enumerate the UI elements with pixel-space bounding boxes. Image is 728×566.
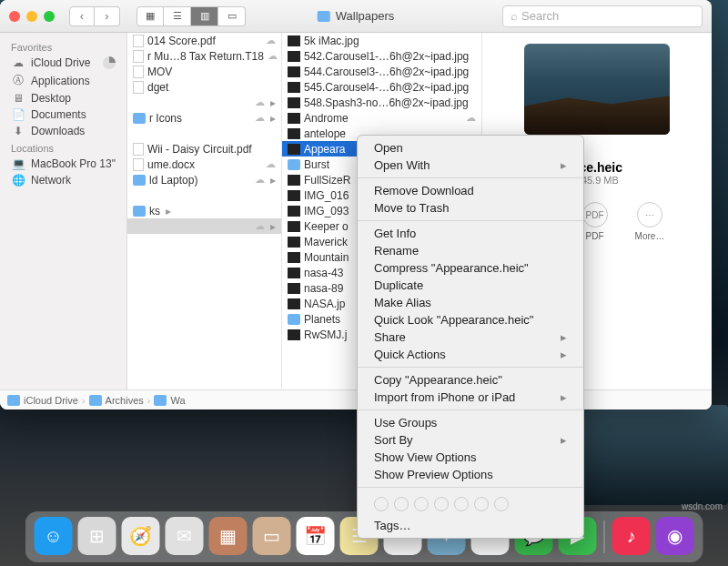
- folder-row[interactable]: ks▸: [127, 203, 281, 218]
- menu-item-show-preview-options[interactable]: Show Preview Options: [358, 466, 583, 483]
- dock-music-icon[interactable]: ♪: [612, 517, 651, 555]
- dock-separator: [604, 521, 605, 553]
- menu-item-label: Show View Options: [374, 450, 477, 464]
- sidebar-item-network[interactable]: 🌐Network: [0, 172, 126, 188]
- tag-color[interactable]: [454, 497, 469, 511]
- file-row[interactable]: 542.Carousel1-…6h@2x~ipad.jpg: [282, 48, 481, 64]
- file-row[interactable]: [127, 126, 281, 141]
- file-row[interactable]: ☁▸: [127, 95, 281, 110]
- sidebar-item-applications[interactable]: ⒶApplications: [0, 71, 126, 90]
- preview-action-more…[interactable]: ⋯More…: [635, 202, 665, 241]
- tag-color[interactable]: [414, 497, 429, 511]
- chevron-right-icon: ▸: [561, 348, 567, 361]
- tag-color[interactable]: [394, 497, 409, 511]
- menu-separator: [358, 487, 583, 488]
- sidebar-item-icloud-drive[interactable]: ☁iCloud Drive: [0, 55, 126, 71]
- menu-item-import-from-iphone-or-ip[interactable]: Import from iPhone or iPad▸: [358, 389, 583, 406]
- image-icon: [288, 144, 300, 155]
- gallery-view-button[interactable]: ▭: [218, 6, 246, 26]
- image-icon: [288, 66, 300, 77]
- tag-color[interactable]: [494, 497, 509, 511]
- sidebar-heading: Favorites: [0, 38, 126, 55]
- menu-item-sort-by[interactable]: Sort By▸: [358, 431, 583, 449]
- menu-item-label: Open: [374, 141, 403, 155]
- menu-item-quick-look-appearance-he[interactable]: Quick Look "Appearance.heic": [358, 311, 583, 328]
- path-segment[interactable]: Wa: [170, 395, 185, 406]
- tag-color[interactable]: [374, 497, 389, 511]
- menu-item-compress-appearance-heic[interactable]: Compress "Appearance.heic": [358, 259, 583, 277]
- menu-item-get-info[interactable]: Get Info: [358, 225, 583, 242]
- file-label: 014 Score.pdf: [147, 35, 216, 47]
- dock-calendar-icon[interactable]: 📅: [297, 517, 335, 555]
- icon-view-button[interactable]: ▦: [136, 6, 164, 26]
- cloud-icon: ☁: [255, 96, 265, 108]
- menu-item-copy-appearance-heic-[interactable]: Copy "Appearance.heic": [358, 371, 583, 389]
- file-row[interactable]: MOV: [127, 64, 281, 79]
- tag-color[interactable]: [434, 497, 449, 511]
- dock-podcasts-icon[interactable]: ◉: [656, 517, 694, 555]
- menu-item-tags-[interactable]: Tags…: [358, 517, 583, 534]
- file-row[interactable]: 545.Carousel4-…6h@2x~ipad.jpg: [282, 79, 481, 95]
- menu-item-open-with[interactable]: Open With▸: [358, 157, 583, 174]
- file-row[interactable]: ☁▸: [127, 218, 281, 234]
- zoom-button[interactable]: [44, 11, 55, 22]
- file-row[interactable]: dget: [127, 79, 281, 95]
- file-row[interactable]: 5k iMac.jpg: [282, 33, 481, 48]
- file-label: MOV: [147, 66, 172, 78]
- image-icon: [288, 237, 300, 248]
- preview-action-pdf[interactable]: PDFPDF: [582, 202, 608, 241]
- file-row[interactable]: Wii - Daisy Circuit.pdf: [127, 141, 281, 157]
- sidebar-item-macbook-pro-13-[interactable]: 💻MacBook Pro 13": [0, 156, 126, 172]
- forward-button[interactable]: ›: [95, 6, 120, 26]
- back-button[interactable]: ‹: [69, 6, 95, 26]
- column-view-button[interactable]: ▥: [191, 6, 218, 26]
- context-menu: OpenOpen With▸Remove DownloadMove to Tra…: [357, 135, 584, 539]
- menu-item-move-to-trash[interactable]: Move to Trash: [358, 199, 583, 217]
- folder-icon: [133, 113, 146, 124]
- file-label: Androme: [304, 112, 349, 125]
- dock-safari-icon[interactable]: 🧭: [122, 517, 160, 555]
- menu-item-open[interactable]: Open: [358, 139, 583, 157]
- menu-item-use-groups[interactable]: Use Groups: [358, 414, 583, 431]
- path-segment[interactable]: Archives: [106, 395, 144, 406]
- sidebar: Favorites☁iCloud DriveⒶApplications🖥Desk…: [0, 33, 127, 389]
- folder-row[interactable]: r Icons☁▸: [127, 110, 281, 126]
- file-row[interactable]: 544.Carousel3-…6h@2x~ipad.jpg: [282, 64, 481, 79]
- dock-launchpad-icon[interactable]: ⊞: [78, 517, 116, 555]
- cloud-icon: ☁: [255, 220, 265, 232]
- search-field[interactable]: ⌕ Search: [502, 5, 703, 27]
- titlebar: ‹ › ▦ ☰ ▥ ▭ Wallpapers ⌕ Search: [0, 0, 712, 33]
- chevron-right-icon: ▸: [561, 433, 567, 447]
- path-segment[interactable]: iCloud Drive: [24, 395, 78, 406]
- menu-item-duplicate[interactable]: Duplicate: [358, 277, 583, 294]
- file-row[interactable]: [127, 187, 281, 203]
- minimize-button[interactable]: [26, 11, 37, 22]
- menu-item-make-alias[interactable]: Make Alias: [358, 294, 583, 311]
- menu-item-rename[interactable]: Rename: [358, 242, 583, 259]
- file-label: 542.Carousel1-…6h@2x~ipad.jpg: [304, 50, 469, 63]
- menu-item-remove-download[interactable]: Remove Download: [358, 182, 583, 199]
- file-row[interactable]: Androme☁: [282, 110, 481, 126]
- menu-item-quick-actions[interactable]: Quick Actions▸: [358, 346, 583, 363]
- file-label: Planets: [304, 313, 340, 326]
- file-row[interactable]: r Mu…8 Tax Return.T18☁: [127, 48, 281, 64]
- menu-item-share[interactable]: Share▸: [358, 328, 583, 346]
- tag-color[interactable]: [474, 497, 489, 511]
- dock-finder-icon[interactable]: ☺: [35, 517, 73, 555]
- dock-stamp-icon[interactable]: ▦: [209, 517, 248, 555]
- folder-row[interactable]: ld Laptop)☁▸: [127, 172, 281, 187]
- sidebar-item-documents[interactable]: 📄Documents: [0, 106, 126, 123]
- dock-contacts-icon[interactable]: ▭: [253, 517, 291, 555]
- image-icon: [288, 82, 300, 93]
- list-view-button[interactable]: ☰: [164, 6, 191, 26]
- desktop-widget: [564, 405, 728, 505]
- dock-mail-icon[interactable]: ✉: [166, 517, 204, 555]
- menu-item-show-view-options[interactable]: Show View Options: [358, 449, 583, 466]
- file-row[interactable]: 014 Score.pdf☁: [127, 33, 281, 48]
- close-button[interactable]: [9, 11, 20, 22]
- sidebar-item-desktop[interactable]: 🖥Desktop: [0, 90, 126, 106]
- sidebar-item-downloads[interactable]: ⬇Downloads: [0, 123, 126, 139]
- file-row[interactable]: 548.Spash3-no…6h@2x~ipad.jpg: [282, 95, 481, 110]
- document-icon: [133, 50, 144, 63]
- file-row[interactable]: ume.docx☁: [127, 157, 281, 172]
